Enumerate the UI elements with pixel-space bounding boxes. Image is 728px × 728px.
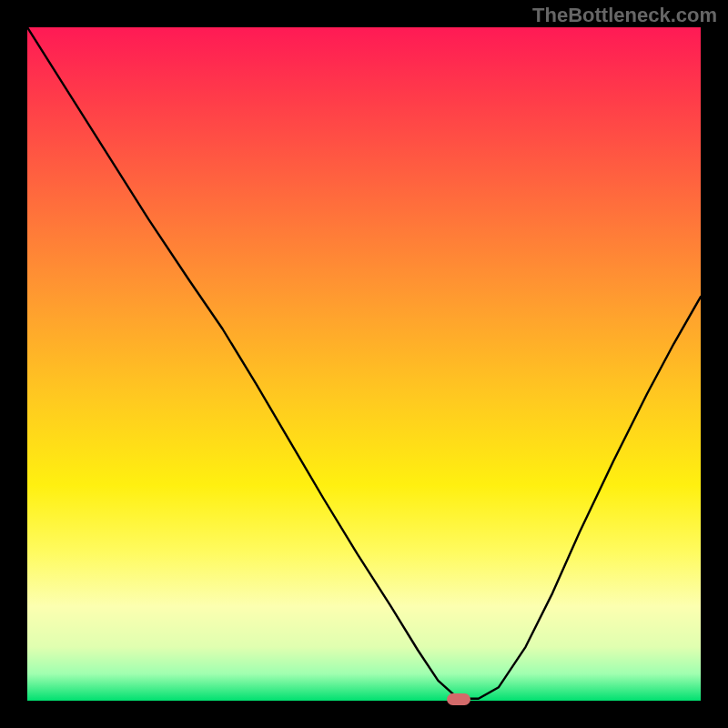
plot-area [27, 27, 701, 701]
bottleneck-curve [27, 27, 701, 701]
watermark-text: TheBottleneck.com [532, 4, 717, 27]
optimum-marker [447, 693, 470, 705]
